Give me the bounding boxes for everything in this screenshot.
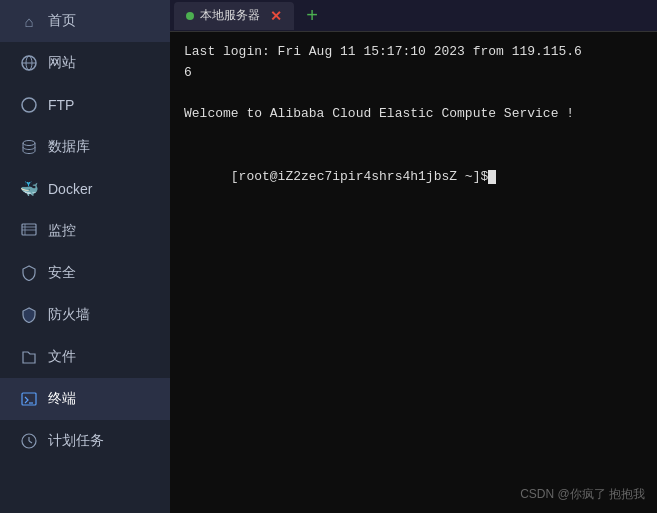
ftp-icon — [20, 96, 38, 114]
sidebar-item-website[interactable]: 网站 — [0, 42, 170, 84]
tab-close-button[interactable]: ✕ — [270, 8, 282, 24]
main-area: 本地服务器 ✕ + Last login: Fri Aug 11 15:17:1… — [170, 0, 657, 513]
svg-rect-5 — [22, 224, 36, 235]
terminal-cursor — [488, 170, 496, 184]
svg-point-4 — [23, 141, 35, 146]
terminal-line-4: Welcome to Alibaba Cloud Elastic Compute… — [184, 104, 643, 125]
terminal-line-5 — [184, 125, 643, 146]
svg-line-13 — [29, 441, 32, 443]
sidebar-label-ftp: FTP — [48, 97, 74, 113]
sidebar-item-files[interactable]: 文件 — [0, 336, 170, 378]
files-icon — [20, 348, 38, 366]
sidebar-item-monitor[interactable]: 监控 — [0, 210, 170, 252]
tab-bar: 本地服务器 ✕ + — [170, 0, 657, 32]
sidebar-label-home: 首页 — [48, 12, 76, 30]
security-icon — [20, 264, 38, 282]
sidebar-item-terminal[interactable]: 终端 — [0, 378, 170, 420]
sidebar-label-scheduler: 计划任务 — [48, 432, 104, 450]
watermark: CSDN @你疯了 抱抱我 — [520, 486, 645, 503]
sidebar-item-firewall[interactable]: 防火墙 — [0, 294, 170, 336]
terminal-area[interactable]: Last login: Fri Aug 11 15:17:10 2023 fro… — [170, 32, 657, 513]
tab-add-button[interactable]: + — [298, 2, 326, 30]
terminal-line-3 — [184, 84, 643, 105]
terminal-prompt: [root@iZ2zec7ipir4shrs4h1jbsZ ~]$ — [231, 169, 488, 184]
terminal-icon — [20, 390, 38, 408]
terminal-line-1: Last login: Fri Aug 11 15:17:10 2023 fro… — [184, 42, 643, 63]
sidebar-item-home[interactable]: ⌂ 首页 — [0, 0, 170, 42]
tab-local-server[interactable]: 本地服务器 ✕ — [174, 2, 294, 30]
sidebar-item-scheduler[interactable]: 计划任务 — [0, 420, 170, 462]
sidebar-label-terminal: 终端 — [48, 390, 76, 408]
sidebar-label-security: 安全 — [48, 264, 76, 282]
sidebar-label-files: 文件 — [48, 348, 76, 366]
sidebar-label-firewall: 防火墙 — [48, 306, 90, 324]
sidebar-label-website: 网站 — [48, 54, 76, 72]
firewall-icon — [20, 306, 38, 324]
add-icon: + — [306, 4, 318, 27]
home-icon: ⌂ — [20, 12, 38, 30]
sidebar-label-database: 数据库 — [48, 138, 90, 156]
docker-icon: 🐳 — [20, 180, 38, 198]
sidebar-item-security[interactable]: 安全 — [0, 252, 170, 294]
website-icon — [20, 54, 38, 72]
database-icon — [20, 138, 38, 156]
sidebar-label-docker: Docker — [48, 181, 92, 197]
sidebar-label-monitor: 监控 — [48, 222, 76, 240]
terminal-prompt-line: [root@iZ2zec7ipir4shrs4h1jbsZ ~]$ — [184, 146, 643, 208]
tab-status-dot — [186, 12, 194, 20]
sidebar-item-database[interactable]: 数据库 — [0, 126, 170, 168]
terminal-line-2: 6 — [184, 63, 643, 84]
sidebar: ⌂ 首页 网站 FTP 数据库 🐳 Docker 监控 安全 — [0, 0, 170, 513]
svg-point-3 — [22, 98, 36, 112]
sidebar-item-docker[interactable]: 🐳 Docker — [0, 168, 170, 210]
monitor-icon — [20, 222, 38, 240]
sidebar-item-ftp[interactable]: FTP — [0, 84, 170, 126]
tab-label: 本地服务器 — [200, 7, 260, 24]
scheduler-icon — [20, 432, 38, 450]
